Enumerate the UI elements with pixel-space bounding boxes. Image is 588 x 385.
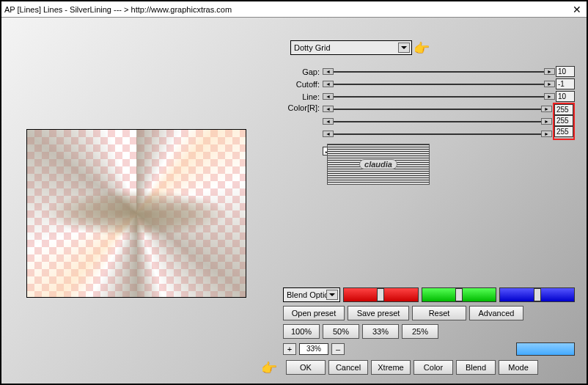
slider-thumb[interactable] (377, 288, 384, 301)
b-track[interactable] (334, 133, 541, 135)
gap-track[interactable] (334, 71, 544, 73)
zoom-in-button[interactable]: + (283, 343, 296, 355)
g-dec[interactable]: ◄ (323, 118, 334, 125)
slider-thumb[interactable] (455, 288, 463, 301)
blend-options-select[interactable]: Blend Options (283, 287, 340, 302)
mode-button[interactable]: Mode (499, 360, 538, 375)
zoom-25-button[interactable]: 25% (402, 324, 438, 339)
g-track[interactable] (334, 121, 541, 122)
cutoff-dec[interactable]: ◄ (323, 81, 334, 87)
reset-button[interactable]: Reset (412, 306, 466, 320)
effect-render (27, 130, 246, 297)
chevron-down-icon[interactable] (326, 290, 338, 300)
cutoff-value[interactable]: -1 (556, 78, 575, 89)
zoom-33-button[interactable]: 33% (362, 324, 399, 339)
line-inc[interactable]: ► (544, 93, 555, 100)
plugin-dialog: AP [Lines] Lines - SilverLining --- > ht… (0, 0, 588, 385)
line-track[interactable] (334, 96, 544, 98)
zoom-50-button[interactable]: 50% (323, 324, 359, 339)
open-preset-button[interactable]: Open preset (283, 306, 345, 320)
color-swatch[interactable] (516, 342, 575, 356)
cutoff-inc[interactable]: ► (544, 81, 555, 87)
g-inc[interactable]: ► (541, 118, 552, 125)
advanced-button[interactable]: Advanced (469, 306, 523, 320)
r-track[interactable] (334, 109, 541, 110)
close-icon[interactable]: ✕ (570, 4, 584, 15)
color-label: Color[R]: (283, 103, 323, 115)
save-preset-button[interactable]: Save preset (348, 306, 409, 320)
window-title: AP [Lines] Lines - SilverLining --- > ht… (4, 5, 570, 14)
zoom-value[interactable]: 33% (299, 343, 328, 355)
pointing-hand-icon: 👉 (414, 40, 436, 55)
cutoff-label: Cutoff: (283, 80, 323, 89)
blend-r-slider[interactable] (343, 287, 419, 302)
b-value[interactable]: 255 (554, 126, 573, 137)
cancel-button[interactable]: Cancel (328, 360, 368, 375)
rgb-values-highlight: 255 255 255 (553, 103, 575, 140)
zoom-100-button[interactable]: 100% (283, 324, 320, 339)
blend-b-slider[interactable] (499, 287, 575, 302)
b-dec[interactable]: ◄ (323, 131, 334, 137)
content-area: Dotty Grid 👉 Gap: ◄ ► 10 Cutoff: ◄ ► -1 (4, 19, 584, 381)
chevron-down-icon[interactable] (398, 43, 410, 53)
g-value[interactable]: 255 (554, 115, 573, 126)
r-value[interactable]: 255 (554, 104, 573, 115)
r-inc[interactable]: ► (541, 106, 552, 112)
color-button[interactable]: Color (414, 360, 453, 375)
controls-panel: Dotty Grid 👉 Gap: ◄ ► 10 Cutoff: ◄ ► -1 (283, 41, 575, 157)
titlebar: AP [Lines] Lines - SilverLining --- > ht… (1, 1, 587, 18)
logo-text: claudia (359, 159, 397, 169)
b-inc[interactable]: ► (541, 131, 552, 137)
gap-inc[interactable]: ► (544, 68, 555, 75)
line-value[interactable]: 10 (556, 91, 575, 102)
r-dec[interactable]: ◄ (323, 106, 334, 112)
slider-thumb[interactable] (534, 288, 541, 301)
zoom-out-button[interactable]: – (331, 343, 345, 355)
gap-label: Gap: (283, 67, 323, 76)
gap-dec[interactable]: ◄ (323, 68, 334, 75)
blend-g-slider[interactable] (422, 287, 497, 302)
ok-button[interactable]: OK (286, 360, 326, 375)
preview-panel (26, 129, 246, 298)
xtreme-button[interactable]: Xtreme (371, 360, 411, 375)
preset-select-value: Dotty Grid (294, 43, 331, 52)
cutoff-track[interactable] (334, 84, 544, 85)
bottom-controls: Blend Options Open preset Save preset Re… (283, 287, 575, 375)
gap-value[interactable]: 10 (556, 66, 575, 77)
preset-select[interactable]: Dotty Grid (290, 40, 412, 55)
line-label: Line: (283, 92, 323, 101)
line-dec[interactable]: ◄ (323, 93, 334, 100)
claudia-logo: claudia (327, 144, 430, 185)
pointing-hand-icon: 👉 (261, 360, 283, 375)
blend-button[interactable]: Blend (456, 360, 496, 375)
